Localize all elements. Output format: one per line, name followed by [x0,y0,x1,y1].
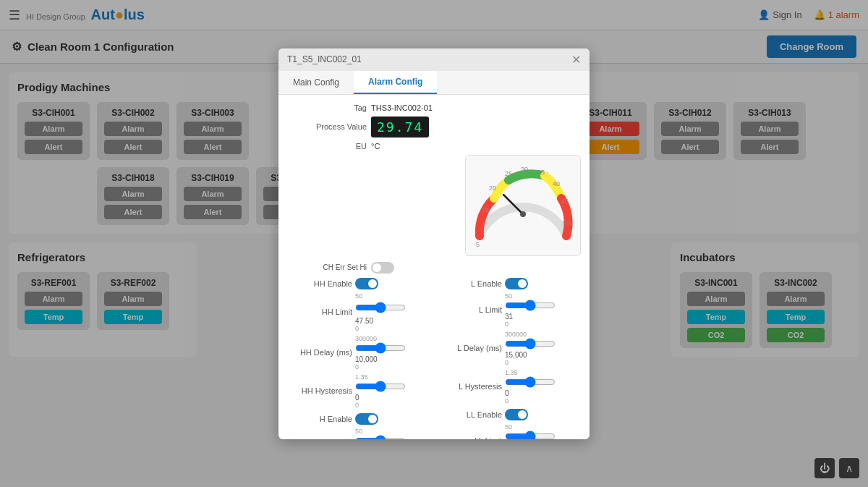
tab-main-config[interactable]: Main Config [278,71,354,94]
alarm-config-modal: T1_S5_INC002_01 ✕ Main Config Alarm Conf… [278,48,590,439]
h-limit-row: H Limit 50 45 0 [287,428,431,439]
ch-err-row: CH Err Set Hi [287,262,581,274]
modal-close-button[interactable]: ✕ [571,53,581,67]
l-hysteresis-slider[interactable] [505,376,556,388]
l-limit-row: L Limit 50 31 0 [437,292,581,328]
hh-enable-row: HH Enable [287,278,431,289]
hh-hyst-max: 1.35 [355,373,406,381]
svg-text:25: 25 [505,170,512,177]
config-columns: HH Enable HH Limit 50 47.50 0 [287,278,581,439]
l-hysteresis-label: L Hysteresis [437,382,502,391]
l-limit-label: L Limit [437,305,502,314]
hh-enable-label: HH Enable [287,279,352,288]
l-hysteresis-group: 1.35 0 0 [505,369,556,405]
ch-err-toggle[interactable] [371,262,394,274]
hh-limit-slider[interactable] [355,300,406,316]
ll-enable-toggle[interactable] [505,409,528,420]
hh-h-column: HH Enable HH Limit 50 47.50 0 [287,278,431,439]
ll-limit-row: LL Limit 50 30 0 [437,423,581,439]
modal-overlay[interactable]: T1_S5_INC002_01 ✕ Main Config Alarm Conf… [0,0,868,487]
gauge-container: 5 15 20 25 30 35 40 45 50 [465,155,581,256]
l-limit-slider[interactable] [505,300,556,311]
l-enable-row: L Enable [437,278,581,289]
hh-delay-row: HH Delay (ms) 300000 10,000 0 [287,335,431,370]
hh-delay-input-group: 300000 10,000 0 [355,335,406,370]
tab-alarm-config[interactable]: Alarm Config [354,71,437,94]
process-value-display: 29.74 [371,117,429,137]
modal-body: Tag THS3-INC002-01 Process Value 29.74 E… [278,95,590,439]
hh-hysteresis-label: HH Hysteresis [287,386,352,395]
svg-text:20: 20 [489,185,496,192]
modal-tabs: Main Config Alarm Config [278,71,590,95]
hh-limit-row: HH Limit 50 47.50 0 [287,292,431,332]
l-ll-column: L Enable L Limit 50 31 0 [437,278,581,439]
hh-limit-value: 47.50 [355,317,406,325]
h-limit-group: 50 45 0 [355,428,406,439]
svg-text:35: 35 [537,169,545,176]
svg-text:45: 45 [561,198,569,205]
svg-text:15: 15 [482,206,489,213]
l-limit-group: 50 31 0 [505,292,556,328]
l-hysteresis-row: L Hysteresis 1.35 0 0 [437,369,581,405]
l-enable-toggle[interactable] [505,278,528,289]
hh-hysteresis-row: HH Hysteresis 1.35 0 0 [287,373,431,409]
svg-text:5: 5 [476,241,480,248]
svg-text:50: 50 [563,219,570,226]
eu-row: EU °C [287,142,581,151]
l-delay-slider[interactable] [505,338,556,350]
process-value-label: Process Value [287,122,367,131]
svg-point-1 [520,211,526,217]
hh-enable-toggle[interactable] [355,278,378,289]
ch-err-label: CH Err Set Hi [287,263,367,271]
ll-limit-label: LL Limit [437,436,502,439]
modal-tag-id: T1_S5_INC002_01 [287,54,362,64]
hh-limit-input-group: 50 47.50 0 [355,292,406,332]
ll-enable-row: LL Enable [437,409,581,420]
h-enable-toggle[interactable] [355,413,378,425]
h-limit-slider[interactable] [355,435,406,439]
gauge-svg: 5 15 20 25 30 35 40 45 50 [469,160,577,250]
h-enable-label: H Enable [287,415,352,423]
svg-text:40: 40 [553,180,560,187]
eu-value: °C [371,142,581,151]
tag-label: Tag [287,103,367,112]
l-hyst-value: 0 [505,389,556,397]
l-delay-value: 15,000 [505,351,556,359]
eu-label: EU [287,142,367,151]
l-delay-group: 300000 15,000 0 [505,331,556,366]
ll-enable-label: LL Enable [437,410,502,419]
hh-hyst-value: 0 [355,394,406,402]
l-enable-label: L Enable [437,279,502,288]
hh-hyst-min: 0 [355,402,406,409]
process-value-row: Process Value 29.74 [287,117,581,137]
l-delay-label: L Delay (ms) [437,344,502,352]
l-limit-value: 31 [505,313,556,321]
modal-header: T1_S5_INC002_01 ✕ [278,48,590,71]
tag-row: Tag THS3-INC002-01 [287,103,581,112]
l-delay-row: L Delay (ms) 300000 15,000 0 [437,331,581,366]
hh-hysteresis-group: 1.35 0 0 [355,373,406,409]
ll-limit-slider[interactable] [505,431,556,439]
hh-delay-slider[interactable] [355,342,406,354]
svg-text:30: 30 [521,166,528,173]
gauge-area: 5 15 20 25 30 35 40 45 50 [287,155,581,256]
h-enable-row: H Enable [287,413,431,425]
hh-delay-max: 300000 [355,335,406,342]
hh-hysteresis-slider[interactable] [355,381,406,392]
hh-limit-label: HH Limit [287,308,352,316]
ll-limit-group: 50 30 0 [505,423,556,439]
modal-left-column: Tag THS3-INC002-01 Process Value 29.74 E… [287,103,581,439]
hh-delay-value: 10,000 [355,355,406,363]
hh-delay-min: 0 [355,363,406,370]
hh-delay-label: HH Delay (ms) [287,348,352,357]
tag-value: THS3-INC002-01 [371,103,581,112]
